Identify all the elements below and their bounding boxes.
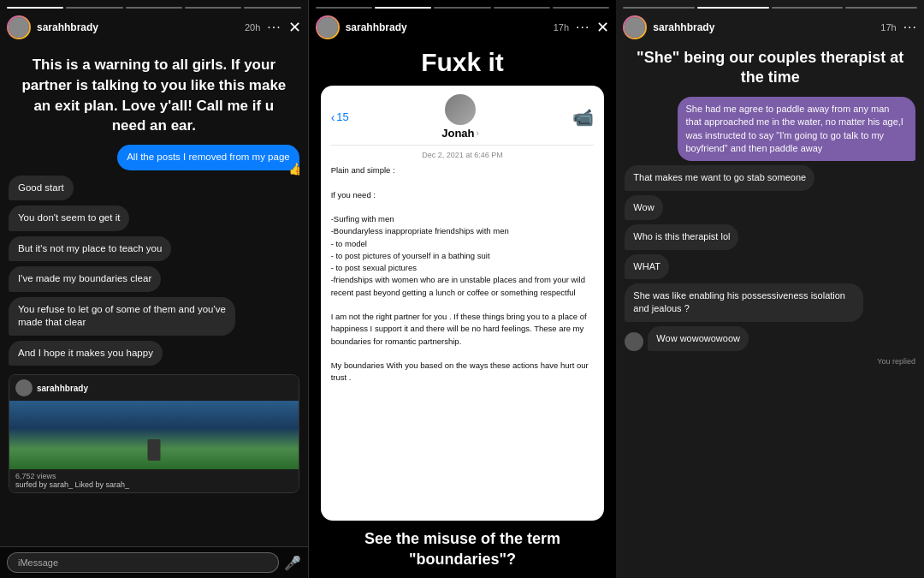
chat3-right-1: She had me agree to paddle away from any… — [678, 97, 916, 162]
imessage-input[interactable]: iMessage — [7, 552, 279, 573]
ig-post-username: sarahhbrady — [37, 384, 88, 393]
time-3: 17h — [880, 22, 896, 33]
pb2-2 — [375, 7, 431, 9]
progress-bars-3 — [616, 0, 924, 12]
chat-bubble-left-6: And I hope it makes you happy — [9, 341, 163, 366]
chat-bubble-left-5: You refuse to let go of some of them and… — [9, 297, 235, 336]
time-2: 17h — [554, 22, 569, 33]
pb3-4 — [845, 7, 917, 9]
story-panel-2: sarahhbrady 17h ··· ✕ Fuxk it ‹ 15 Jonah… — [309, 0, 617, 578]
chat3-left-6: Wow wowowowoow — [648, 326, 749, 351]
pb3-2 — [697, 7, 769, 9]
progress-bar-1 — [7, 7, 63, 9]
like-icon: 👍 — [288, 161, 299, 177]
story-header-2: sarahhbrady 17h ··· ✕ — [309, 12, 617, 45]
avatar-2 — [316, 15, 340, 39]
progress-bars-2 — [309, 0, 617, 12]
chat3-left-1: That makes me want to go stab someone — [625, 165, 814, 190]
avatar-1 — [7, 15, 31, 39]
story-panel-3: sarahhbrady 17h ··· "She" being our coup… — [616, 0, 924, 578]
chat3-with-avatar: Wow wowowowoow — [625, 326, 915, 351]
pb2-5 — [553, 7, 609, 9]
more-icon-1[interactable]: ··· — [267, 20, 281, 35]
progress-bar-5 — [244, 7, 300, 9]
imessage-header: ‹ 15 Jonah › 📹 — [331, 94, 595, 146]
chat3-left-2: Wow — [625, 195, 662, 220]
story-header-1: sarahhbrady 20h ··· ✕ — [0, 12, 308, 45]
panel2-content: Fuxk it ‹ 15 Jonah › 📹 Dec 2, 2021 at 6:… — [309, 45, 617, 578]
chat3-avatar — [625, 332, 643, 351]
mic-icon[interactable]: 🎤 — [284, 555, 301, 571]
chat-bubble-left-2: You don't seem to get it — [9, 206, 129, 231]
panel2-bottom-text: See the misuse of the term "boundaries"? — [321, 529, 605, 569]
panel3-content: "She" being our couples therapist at the… — [616, 45, 924, 578]
panel3-title: "She" being our couples therapist at the… — [625, 48, 915, 88]
ig-post-avatar — [15, 379, 33, 396]
chat-bubble-left-3: But it's not my place to teach you — [9, 236, 171, 262]
video-call-icon[interactable]: 📹 — [572, 107, 594, 128]
instagram-post: sarahhbrady 6,752 views surfed by sarah_… — [9, 374, 299, 493]
username-2: sarahhbrady — [346, 21, 549, 33]
contact-avatar — [445, 94, 476, 125]
avatar-3 — [623, 15, 647, 39]
contact-chevron-icon: › — [477, 128, 479, 138]
username-3: sarahhbrady — [653, 21, 876, 33]
progress-bar-3 — [126, 7, 182, 9]
chat3-left-5: She was like enabling his possessiveness… — [625, 283, 863, 322]
chat3-left-4: WHAT — [625, 254, 669, 279]
imessage-body: Plain and simple : If you need : -Surfin… — [331, 164, 595, 384]
chat-area-1: All the posts I removed from my page 👍 G… — [9, 145, 299, 546]
pb3-1 — [623, 7, 695, 9]
panel2-title: Fuxk it — [421, 48, 504, 77]
progress-bar-4 — [185, 7, 241, 9]
progress-bar-2 — [66, 7, 122, 9]
chat-bubble-left-1: Good start — [9, 176, 74, 201]
chat3-area: She had me agree to paddle away from any… — [625, 97, 915, 573]
username-1: sarahhbrady — [37, 21, 240, 33]
pb3-3 — [772, 7, 844, 9]
imessage-date: Dec 2, 2021 at 6:46 PM — [331, 151, 595, 159]
chat-bubble-left-4: I've made my boundaries clear — [9, 266, 161, 292]
more-icon-3[interactable]: ··· — [903, 20, 917, 35]
imessage-back[interactable]: ‹ 15 — [331, 110, 349, 124]
story-panel-1: sarahhbrady 20h ··· ✕ This is a warning … — [0, 0, 309, 578]
chat3-left-3: Who is this therapist lol — [625, 224, 738, 249]
more-icon-2[interactable]: ··· — [576, 20, 589, 35]
you-replied: You replied — [625, 357, 915, 366]
contact-name: Jonah — [441, 127, 474, 140]
close-icon-1[interactable]: ✕ — [288, 18, 301, 37]
chat-bubble-right-1: All the posts I removed from my page 👍 — [117, 145, 299, 170]
ig-post-image — [9, 401, 299, 469]
pb2-1 — [316, 7, 372, 9]
message-input-bar: iMessage 🎤 — [0, 546, 308, 578]
time-1: 20h — [245, 22, 260, 33]
pb2-3 — [434, 7, 490, 9]
pb2-4 — [494, 7, 550, 9]
ig-post-views: 6,752 views — [15, 472, 293, 480]
ig-post-caption: surfed by sarah_ Liked by sarah_ — [15, 480, 293, 489]
progress-bars-1 — [0, 0, 308, 12]
panel1-content: This is a warning to all girls. If your … — [0, 45, 308, 546]
surfer-figure — [147, 439, 160, 461]
warning-text: This is a warning to all girls. If your … — [9, 45, 299, 145]
imessage-card: ‹ 15 Jonah › 📹 Dec 2, 2021 at 6:46 PM Pl… — [321, 86, 605, 521]
story-header-3: sarahhbrady 17h ··· — [616, 12, 924, 45]
close-icon-2[interactable]: ✕ — [596, 18, 609, 37]
